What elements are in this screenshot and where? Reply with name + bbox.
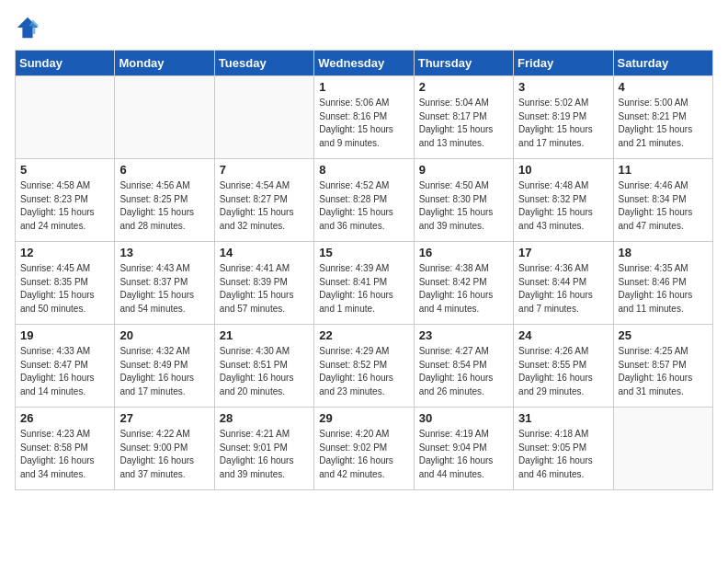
day-info: Sunrise: 4:20 AMSunset: 9:02 PMDaylight:…: [319, 428, 408, 481]
day-info: Sunrise: 4:23 AMSunset: 8:58 PMDaylight:…: [20, 428, 109, 481]
day-info: Sunrise: 5:02 AMSunset: 8:19 PMDaylight:…: [518, 97, 608, 150]
day-info: Sunrise: 4:50 AMSunset: 8:30 PMDaylight:…: [419, 179, 508, 233]
day-info: Sunrise: 4:41 AMSunset: 8:39 PMDaylight:…: [220, 262, 309, 316]
day-info: Sunrise: 4:54 AMSunset: 8:27 PMDaylight:…: [220, 179, 309, 233]
day-info: Sunrise: 4:36 AMSunset: 8:44 PMDaylight:…: [518, 262, 608, 316]
day-cell-18: 18Sunrise: 4:35 AMSunset: 8:46 PMDayligh…: [613, 242, 712, 325]
day-number: 1: [319, 80, 408, 94]
day-number: 27: [119, 411, 209, 425]
day-number: 29: [319, 411, 408, 425]
day-info: Sunrise: 4:43 AMSunset: 8:37 PMDaylight:…: [119, 262, 209, 316]
day-cell-11: 11Sunrise: 4:46 AMSunset: 8:34 PMDayligh…: [613, 159, 712, 242]
day-cell-5: 5Sunrise: 4:58 AMSunset: 8:23 PMDaylight…: [16, 159, 115, 242]
day-number: 22: [319, 328, 408, 342]
col-header-sunday: Sunday: [16, 51, 115, 76]
day-number: 3: [518, 80, 608, 94]
day-cell-17: 17Sunrise: 4:36 AMSunset: 8:44 PMDayligh…: [514, 242, 613, 325]
day-cell-27: 27Sunrise: 4:22 AMSunset: 9:00 PMDayligh…: [115, 408, 214, 490]
day-cell-4: 4Sunrise: 5:00 AMSunset: 8:21 PMDaylight…: [613, 76, 712, 159]
day-cell-30: 30Sunrise: 4:19 AMSunset: 9:04 PMDayligh…: [414, 408, 513, 490]
day-cell-16: 16Sunrise: 4:38 AMSunset: 8:42 PMDayligh…: [414, 242, 513, 325]
day-number: 11: [619, 163, 708, 177]
day-cell-15: 15Sunrise: 4:39 AMSunset: 8:41 PMDayligh…: [314, 242, 414, 325]
day-info: Sunrise: 4:29 AMSunset: 8:52 PMDaylight:…: [319, 345, 408, 398]
day-cell-31: 31Sunrise: 4:18 AMSunset: 9:05 PMDayligh…: [514, 408, 613, 490]
day-cell-24: 24Sunrise: 4:26 AMSunset: 8:55 PMDayligh…: [514, 325, 613, 408]
day-number: 18: [619, 246, 708, 259]
day-info: Sunrise: 4:56 AMSunset: 8:25 PMDaylight:…: [119, 179, 209, 233]
empty-cell: [613, 408, 712, 490]
day-cell-6: 6Sunrise: 4:56 AMSunset: 8:25 PMDaylight…: [115, 159, 214, 242]
day-info: Sunrise: 4:32 AMSunset: 8:49 PMDaylight:…: [119, 345, 209, 398]
day-number: 28: [220, 411, 309, 425]
day-info: Sunrise: 4:26 AMSunset: 8:55 PMDaylight:…: [518, 345, 608, 398]
day-cell-2: 2Sunrise: 5:04 AMSunset: 8:17 PMDaylight…: [414, 76, 513, 159]
day-cell-29: 29Sunrise: 4:20 AMSunset: 9:02 PMDayligh…: [314, 408, 414, 490]
col-header-tuesday: Tuesday: [214, 51, 313, 76]
page-header: [15, 15, 713, 40]
day-cell-28: 28Sunrise: 4:21 AMSunset: 9:01 PMDayligh…: [214, 408, 313, 490]
day-info: Sunrise: 4:39 AMSunset: 8:41 PMDaylight:…: [319, 262, 408, 316]
day-cell-10: 10Sunrise: 4:48 AMSunset: 8:32 PMDayligh…: [514, 159, 613, 242]
day-number: 23: [419, 328, 508, 342]
day-info: Sunrise: 4:58 AMSunset: 8:23 PMDaylight:…: [20, 179, 109, 233]
day-info: Sunrise: 4:22 AMSunset: 9:00 PMDaylight:…: [119, 428, 209, 481]
day-cell-26: 26Sunrise: 4:23 AMSunset: 8:58 PMDayligh…: [16, 408, 115, 490]
day-number: 16: [419, 246, 508, 259]
day-info: Sunrise: 5:00 AMSunset: 8:21 PMDaylight:…: [619, 97, 708, 150]
day-cell-20: 20Sunrise: 4:32 AMSunset: 8:49 PMDayligh…: [115, 325, 214, 408]
week-row-3: 12Sunrise: 4:45 AMSunset: 8:35 PMDayligh…: [16, 242, 713, 325]
day-cell-23: 23Sunrise: 4:27 AMSunset: 8:54 PMDayligh…: [414, 325, 513, 408]
day-cell-21: 21Sunrise: 4:30 AMSunset: 8:51 PMDayligh…: [214, 325, 313, 408]
day-number: 25: [619, 328, 708, 342]
day-info: Sunrise: 4:18 AMSunset: 9:05 PMDaylight:…: [518, 428, 608, 481]
col-header-friday: Friday: [514, 51, 613, 76]
col-header-wednesday: Wednesday: [314, 51, 414, 76]
day-cell-7: 7Sunrise: 4:54 AMSunset: 8:27 PMDaylight…: [214, 159, 313, 242]
day-info: Sunrise: 4:35 AMSunset: 8:46 PMDaylight:…: [619, 262, 708, 316]
day-info: Sunrise: 4:27 AMSunset: 8:54 PMDaylight:…: [419, 345, 508, 398]
day-info: Sunrise: 4:46 AMSunset: 8:34 PMDaylight:…: [619, 179, 708, 233]
day-number: 20: [119, 328, 209, 342]
day-info: Sunrise: 4:21 AMSunset: 9:01 PMDaylight:…: [220, 428, 309, 481]
day-cell-13: 13Sunrise: 4:43 AMSunset: 8:37 PMDayligh…: [115, 242, 214, 325]
day-number: 4: [619, 80, 708, 94]
day-cell-25: 25Sunrise: 4:25 AMSunset: 8:57 PMDayligh…: [613, 325, 712, 408]
day-info: Sunrise: 4:52 AMSunset: 8:28 PMDaylight:…: [319, 179, 408, 233]
week-row-4: 19Sunrise: 4:33 AMSunset: 8:47 PMDayligh…: [16, 325, 713, 408]
day-cell-8: 8Sunrise: 4:52 AMSunset: 8:28 PMDaylight…: [314, 159, 414, 242]
logo-icon: [15, 15, 40, 40]
day-info: Sunrise: 5:06 AMSunset: 8:16 PMDaylight:…: [319, 97, 408, 150]
day-number: 30: [419, 411, 508, 425]
day-number: 19: [20, 328, 109, 342]
col-header-saturday: Saturday: [613, 51, 712, 76]
empty-cell: [16, 76, 115, 159]
day-number: 26: [20, 411, 109, 425]
day-number: 12: [20, 246, 109, 259]
day-cell-19: 19Sunrise: 4:33 AMSunset: 8:47 PMDayligh…: [16, 325, 115, 408]
day-info: Sunrise: 4:45 AMSunset: 8:35 PMDaylight:…: [20, 262, 109, 316]
day-info: Sunrise: 4:25 AMSunset: 8:57 PMDaylight:…: [619, 345, 708, 398]
day-info: Sunrise: 4:33 AMSunset: 8:47 PMDaylight:…: [20, 345, 109, 398]
day-number: 6: [119, 163, 209, 177]
day-number: 31: [518, 411, 608, 425]
logo: [15, 15, 44, 40]
day-number: 8: [319, 163, 408, 177]
day-number: 24: [518, 328, 608, 342]
week-row-2: 5Sunrise: 4:58 AMSunset: 8:23 PMDaylight…: [16, 159, 713, 242]
day-info: Sunrise: 4:48 AMSunset: 8:32 PMDaylight:…: [518, 179, 608, 233]
day-number: 17: [518, 246, 608, 259]
day-number: 10: [518, 163, 608, 177]
day-number: 13: [119, 246, 209, 259]
day-info: Sunrise: 5:04 AMSunset: 8:17 PMDaylight:…: [419, 97, 508, 150]
day-cell-22: 22Sunrise: 4:29 AMSunset: 8:52 PMDayligh…: [314, 325, 414, 408]
day-info: Sunrise: 4:38 AMSunset: 8:42 PMDaylight:…: [419, 262, 508, 316]
week-row-1: 1Sunrise: 5:06 AMSunset: 8:16 PMDaylight…: [16, 76, 713, 159]
day-number: 5: [20, 163, 109, 177]
day-number: 7: [220, 163, 309, 177]
day-cell-14: 14Sunrise: 4:41 AMSunset: 8:39 PMDayligh…: [214, 242, 313, 325]
day-cell-1: 1Sunrise: 5:06 AMSunset: 8:16 PMDaylight…: [314, 76, 414, 159]
col-header-monday: Monday: [115, 51, 214, 76]
day-cell-9: 9Sunrise: 4:50 AMSunset: 8:30 PMDaylight…: [414, 159, 513, 242]
day-number: 2: [419, 80, 508, 94]
